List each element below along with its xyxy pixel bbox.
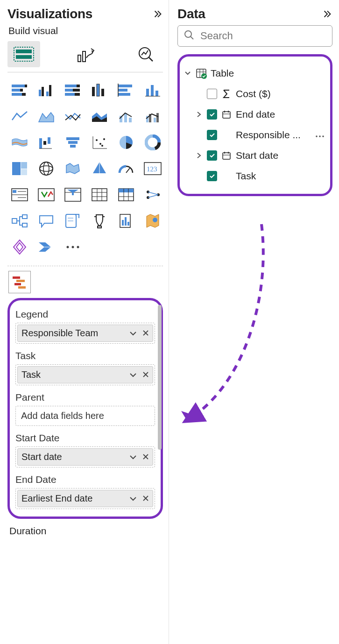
- well-label-startdate: Start Date: [15, 432, 155, 444]
- viz-matrix-icon[interactable]: [115, 184, 137, 206]
- viz-line-icon[interactable]: [8, 105, 31, 127]
- field-row-cost[interactable]: Cost ($): [182, 84, 328, 104]
- viz-gauge-icon[interactable]: [115, 157, 137, 180]
- well-legend[interactable]: Responsible Team: [15, 323, 155, 344]
- collapse-data-icon[interactable]: [322, 9, 332, 19]
- svg-rect-58: [21, 169, 27, 175]
- viz-more-icon[interactable]: [62, 236, 84, 258]
- chevron-down-icon[interactable]: [129, 328, 137, 339]
- viz-donut-icon[interactable]: [141, 131, 164, 154]
- svg-line-62: [126, 168, 130, 173]
- checkbox-unchecked[interactable]: [207, 89, 217, 99]
- chevron-down-icon[interactable]: [129, 369, 137, 380]
- well-start-date[interactable]: Start date: [15, 446, 155, 467]
- field-row-task[interactable]: Task: [182, 166, 328, 186]
- viz-key-influencer-icon[interactable]: [62, 210, 84, 232]
- viz-card-icon[interactable]: 123: [141, 157, 164, 180]
- svg-rect-31: [151, 85, 154, 96]
- viz-powerautomate-icon[interactable]: [35, 236, 57, 258]
- viz-clustered-bar-icon[interactable]: [88, 79, 111, 101]
- well-field-value: Earliest End date: [21, 493, 92, 504]
- viz-narrative-icon[interactable]: [88, 210, 111, 232]
- calendar-icon: [221, 110, 232, 119]
- svg-rect-116: [223, 112, 230, 118]
- well-label-task: Task: [15, 350, 155, 361]
- remove-field-icon[interactable]: [142, 369, 149, 380]
- selected-visual-gantt-icon[interactable]: [8, 271, 31, 293]
- svg-text:123: 123: [147, 165, 157, 173]
- search-input[interactable]: [199, 29, 330, 42]
- viz-ribbon-icon[interactable]: [8, 131, 31, 154]
- more-icon[interactable]: [315, 129, 326, 141]
- svg-line-110: [191, 36, 193, 39]
- remove-field-icon[interactable]: [142, 493, 149, 504]
- tab-format[interactable]: [69, 41, 102, 67]
- svg-rect-13: [42, 87, 44, 96]
- viz-multicard-icon[interactable]: [8, 184, 31, 206]
- tab-analytics[interactable]: [130, 41, 163, 67]
- viz-slicer-icon[interactable]: [62, 184, 84, 206]
- checkbox-checked[interactable]: [207, 109, 217, 120]
- viz-stacked-bar-100-icon[interactable]: [62, 79, 84, 101]
- viz-paginated-icon[interactable]: [115, 210, 137, 232]
- viz-funnel-icon[interactable]: [62, 131, 84, 154]
- checkbox-checked[interactable]: [207, 171, 217, 181]
- tab-build[interactable]: [7, 41, 40, 67]
- viz-qna-icon[interactable]: [35, 210, 57, 232]
- viz-area-stacked-icon[interactable]: [88, 105, 111, 127]
- viz-powerapps-icon[interactable]: [8, 236, 31, 258]
- svg-rect-21: [75, 93, 80, 96]
- field-row-responsible[interactable]: Responsible ...: [182, 125, 328, 145]
- svg-rect-56: [12, 162, 21, 175]
- field-row-enddate[interactable]: End date: [182, 104, 328, 125]
- viz-clustered-column-icon[interactable]: [35, 79, 57, 101]
- chevron-down-icon[interactable]: [184, 70, 192, 77]
- viz-treemap-icon[interactable]: [8, 157, 31, 180]
- well-task[interactable]: Task: [15, 364, 155, 385]
- viz-azure-map-icon[interactable]: [88, 157, 111, 180]
- viz-line-multi-icon[interactable]: [62, 105, 84, 127]
- remove-field-icon[interactable]: [142, 452, 149, 462]
- visualizations-title: Visualizations: [7, 7, 92, 21]
- checkbox-checked[interactable]: [207, 130, 217, 140]
- svg-rect-46: [68, 141, 78, 144]
- table-node[interactable]: Table: [182, 63, 328, 84]
- checkbox-checked[interactable]: [207, 150, 217, 161]
- viz-scatter-icon[interactable]: [88, 131, 111, 154]
- viz-r-icon[interactable]: [141, 184, 164, 206]
- viz-waterfall-icon[interactable]: [35, 131, 57, 154]
- svg-rect-25: [101, 89, 104, 96]
- chevron-right-icon[interactable]: [195, 152, 203, 159]
- svg-rect-43: [48, 137, 50, 144]
- well-parent[interactable]: Add data fields here: [15, 406, 155, 426]
- viz-decomposition-icon[interactable]: [8, 210, 31, 232]
- chevron-down-icon[interactable]: [129, 452, 137, 462]
- well-end-date[interactable]: Earliest End date: [15, 488, 155, 509]
- viz-filled-map-icon[interactable]: [62, 157, 84, 180]
- svg-rect-57: [21, 162, 27, 169]
- viz-stacked-bar-icon[interactable]: [8, 79, 31, 101]
- chevron-right-icon[interactable]: [195, 111, 203, 118]
- field-row-startdate[interactable]: Start date: [182, 145, 328, 166]
- viz-pie-icon[interactable]: [115, 131, 137, 154]
- remove-field-icon[interactable]: [142, 328, 149, 339]
- viz-stacked-column-icon[interactable]: [115, 79, 137, 101]
- search-box[interactable]: [177, 25, 332, 47]
- svg-rect-1: [16, 50, 32, 53]
- viz-area-icon[interactable]: [35, 105, 57, 127]
- svg-rect-106: [16, 280, 25, 282]
- viz-table-icon[interactable]: [88, 184, 111, 206]
- collapse-visualizations-icon[interactable]: [153, 9, 163, 19]
- viz-combo-1-icon[interactable]: [115, 105, 137, 127]
- svg-rect-98: [122, 220, 124, 226]
- field-label: Cost ($): [236, 88, 326, 99]
- wells-scrollbar[interactable]: [158, 305, 162, 450]
- chevron-down-icon[interactable]: [129, 493, 137, 504]
- viz-globe-icon[interactable]: [35, 157, 57, 180]
- svg-rect-14: [46, 92, 49, 96]
- viz-kpi-icon[interactable]: [35, 184, 57, 206]
- viz-combo-2-icon[interactable]: [141, 105, 164, 127]
- viz-column-icon[interactable]: [141, 79, 164, 101]
- viz-arcgis-icon[interactable]: [141, 210, 164, 232]
- svg-rect-28: [118, 93, 130, 96]
